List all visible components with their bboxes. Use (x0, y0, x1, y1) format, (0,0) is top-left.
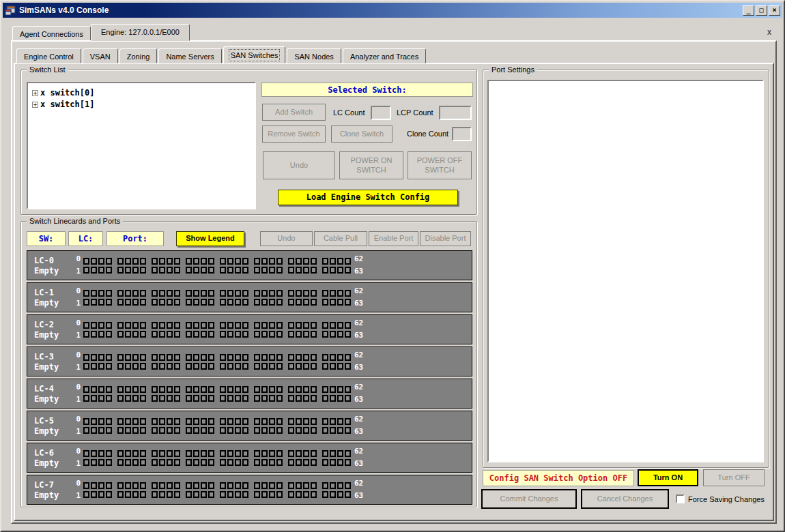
port-cell[interactable] (345, 290, 351, 297)
port-cell[interactable] (193, 299, 199, 306)
port-cell[interactable] (269, 299, 275, 306)
port-cell[interactable] (288, 482, 294, 489)
port-cell[interactable] (303, 299, 309, 306)
port-cell[interactable] (261, 459, 268, 466)
port-cell[interactable] (186, 290, 192, 297)
port-cell[interactable] (91, 322, 97, 329)
port-cell[interactable] (186, 482, 192, 489)
port-cell[interactable] (98, 427, 104, 434)
port-cell[interactable] (83, 363, 89, 370)
port-cell[interactable] (117, 491, 124, 498)
port-cell[interactable] (303, 267, 309, 274)
port-cell[interactable] (311, 354, 317, 361)
port-cell[interactable] (201, 258, 207, 265)
port-cell[interactable] (117, 267, 124, 274)
port-cell[interactable] (337, 299, 343, 306)
port-cell[interactable] (125, 418, 131, 425)
port-cell[interactable] (91, 427, 97, 434)
port-cell[interactable] (117, 450, 124, 457)
port-cell[interactable] (296, 450, 302, 457)
expand-icon[interactable]: + (32, 102, 38, 108)
port-cell[interactable] (296, 290, 302, 297)
port-cell[interactable] (296, 386, 302, 393)
port-cell[interactable] (235, 267, 241, 274)
port-cell[interactable] (83, 482, 89, 489)
port-cell[interactable] (330, 459, 336, 466)
port-cell[interactable] (227, 395, 233, 402)
port-cell[interactable] (140, 290, 146, 297)
port-cell[interactable] (208, 459, 214, 466)
port-cell[interactable] (174, 395, 180, 402)
port-cell[interactable] (254, 459, 260, 466)
port-cell[interactable] (106, 427, 112, 434)
port-cell[interactable] (91, 386, 97, 393)
tab-name-servers[interactable]: Name Servers (158, 48, 221, 63)
port-cell[interactable] (303, 354, 309, 361)
port-cell[interactable] (242, 482, 248, 489)
port-cell[interactable] (269, 395, 275, 402)
port-cell[interactable] (193, 418, 199, 425)
port-cell[interactable] (345, 322, 351, 329)
port-cell[interactable] (227, 267, 233, 274)
port-cell[interactable] (235, 459, 241, 466)
port-cell[interactable] (98, 267, 104, 274)
port-cell[interactable] (220, 322, 226, 329)
port-cell[interactable] (330, 363, 336, 370)
port-cell[interactable] (311, 299, 317, 306)
port-cell[interactable] (159, 427, 165, 434)
port-cell[interactable] (106, 267, 112, 274)
port-cell[interactable] (140, 267, 146, 274)
tab-engine-control[interactable]: Engine Control (16, 48, 81, 63)
port-cell[interactable] (174, 427, 180, 434)
port-cell[interactable] (337, 331, 343, 338)
port-cell[interactable] (261, 322, 268, 329)
port-cell[interactable] (152, 386, 158, 393)
port-cell[interactable] (186, 267, 192, 274)
port-cell[interactable] (330, 299, 336, 306)
port-cell[interactable] (186, 395, 192, 402)
port-cell[interactable] (227, 331, 233, 338)
port-cell[interactable] (186, 418, 192, 425)
port-cell[interactable] (242, 322, 248, 329)
port-cell[interactable] (303, 386, 309, 393)
port-cell[interactable] (311, 267, 317, 274)
port-cell[interactable] (303, 258, 309, 265)
port-cell[interactable] (345, 299, 351, 306)
port-cell[interactable] (322, 427, 328, 434)
port-cell[interactable] (311, 395, 317, 402)
add-switch-button[interactable]: Add Switch (262, 104, 326, 121)
port-cell[interactable] (83, 299, 89, 306)
port-cell[interactable] (337, 450, 343, 457)
port-cell[interactable] (193, 395, 199, 402)
port-cell[interactable] (125, 427, 131, 434)
port-cell[interactable] (330, 267, 336, 274)
port-cell[interactable] (167, 395, 173, 402)
undo-switch-button[interactable]: Undo (263, 151, 335, 179)
port-cell[interactable] (91, 491, 97, 498)
port-cell[interactable] (337, 363, 343, 370)
port-cell[interactable] (261, 331, 268, 338)
port-cell[interactable] (152, 450, 158, 457)
port-cell[interactable] (276, 331, 283, 338)
port-cell[interactable] (254, 450, 260, 457)
port-cell[interactable] (152, 331, 158, 338)
port-cell[interactable] (220, 450, 226, 457)
port-cell[interactable] (254, 354, 260, 361)
lcp-count-field[interactable] (439, 106, 472, 120)
port-cell[interactable] (140, 491, 146, 498)
port-cell[interactable] (242, 491, 248, 498)
port-cell[interactable] (117, 322, 124, 329)
port-cell[interactable] (345, 450, 351, 457)
port-cell[interactable] (98, 363, 104, 370)
port-cell[interactable] (174, 491, 180, 498)
port-cell[interactable] (106, 322, 112, 329)
port-cell[interactable] (254, 322, 260, 329)
port-cell[interactable] (261, 386, 268, 393)
port-cell[interactable] (132, 450, 139, 457)
port-cell[interactable] (276, 450, 283, 457)
port-cell[interactable] (91, 418, 97, 425)
port-cell[interactable] (235, 395, 241, 402)
port-cell[interactable] (227, 427, 233, 434)
port-cell[interactable] (140, 258, 146, 265)
port-cell[interactable] (345, 386, 351, 393)
